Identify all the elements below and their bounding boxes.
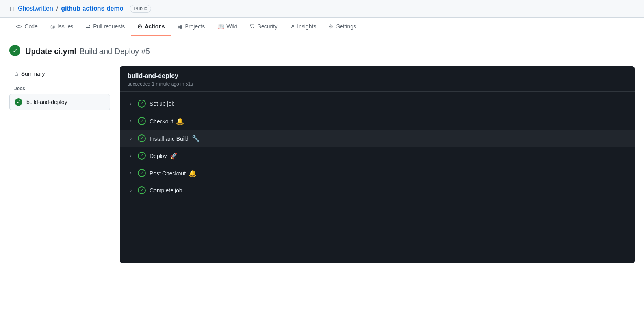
step-install-and-build[interactable]: › ✓ Install and Build 🔧 (120, 130, 635, 147)
repo-separator: / (56, 5, 58, 12)
sidebar: ⌂ Summary Jobs ✓ build-and-deploy (9, 66, 120, 263)
job-name: build-and-deploy (26, 99, 67, 105)
code-icon: <> (16, 23, 22, 30)
tab-insights[interactable]: ↗ Insights (284, 18, 322, 36)
security-icon: 🛡 (250, 23, 255, 30)
step-success-icon: ✓ (138, 100, 146, 108)
repo-visibility-badge: Public (130, 5, 151, 13)
tab-issues-label: Issues (58, 23, 73, 30)
sidebar-job-build-and-deploy[interactable]: ✓ build-and-deploy (9, 94, 110, 110)
tab-pull-requests[interactable]: ⇄ Pull requests (80, 18, 131, 36)
step-checkout[interactable]: › ✓ Checkout 🔔 (120, 112, 635, 130)
chevron-right-icon: › (128, 118, 134, 124)
tab-issues[interactable]: ◎ Issues (44, 18, 80, 36)
repo-owner-link[interactable]: Ghostwritten (18, 5, 53, 12)
step-deploy[interactable]: › ✓ Deploy 🚀 (120, 147, 635, 164)
dark-panel-header: build-and-deploy succeeded 1 minute ago … (120, 66, 635, 92)
step-success-icon: ✓ (138, 134, 146, 142)
tab-projects[interactable]: ▦ Projects (171, 18, 212, 36)
chevron-right-icon: › (128, 136, 134, 141)
actions-icon: ⊙ (137, 23, 142, 30)
step-post-checkout[interactable]: › ✓ Post Checkout 🔔 (120, 164, 635, 182)
projects-icon: ▦ (178, 23, 183, 30)
step-set-up-job[interactable]: › ✓ Set up job (120, 95, 635, 112)
home-icon: ⌂ (14, 70, 18, 77)
step-emoji: 🔔 (189, 170, 197, 177)
page-content: ✓ Update ci.yml Build and Deploy #5 ⌂ Su… (0, 36, 644, 271)
tab-code[interactable]: <> Code (9, 18, 44, 36)
chevron-right-icon: › (128, 188, 134, 193)
step-success-icon: ✓ (138, 169, 146, 177)
tab-code-label: Code (24, 23, 37, 30)
step-name: Post Checkout 🔔 (150, 169, 627, 177)
workflow-success-icon: ✓ (9, 45, 20, 56)
tab-projects-label: Projects (185, 23, 205, 30)
chevron-right-icon: › (128, 153, 134, 158)
wiki-icon: 📖 (217, 23, 224, 30)
main-layout: ⌂ Summary Jobs ✓ build-and-deploy build-… (9, 66, 635, 263)
nav-tabs: <> Code ◎ Issues ⇄ Pull requests ⊙ Actio… (0, 18, 644, 36)
page-title-row: ✓ Update ci.yml Build and Deploy #5 (9, 44, 635, 57)
step-complete-job[interactable]: › ✓ Complete job (120, 182, 635, 199)
repo-icon: ⊟ (9, 5, 15, 13)
step-emoji: 🚀 (170, 153, 178, 159)
tab-security[interactable]: 🛡 Security (243, 18, 284, 36)
step-name: Checkout 🔔 (150, 117, 627, 125)
tab-actions-label: Actions (145, 23, 165, 30)
step-name: Deploy 🚀 (150, 152, 627, 160)
step-name: Set up job (150, 100, 627, 107)
pull-requests-icon: ⇄ (86, 23, 91, 30)
tab-insights-label: Insights (297, 23, 316, 30)
step-success-icon: ✓ (138, 117, 146, 125)
sidebar-summary-label: Summary (21, 71, 45, 77)
dark-panel-subtitle: succeeded 1 minute ago in 51s (128, 81, 627, 87)
dark-panel-title: build-and-deploy (128, 73, 627, 80)
page-title: Update ci.yml Build and Deploy #5 (25, 44, 150, 57)
issues-icon: ◎ (50, 23, 55, 30)
tab-security-label: Security (258, 23, 278, 30)
step-emoji: 🔔 (176, 118, 184, 125)
chevron-right-icon: › (128, 170, 134, 176)
jobs-section-label: Jobs (9, 81, 110, 94)
tab-settings-label: Settings (336, 23, 356, 30)
step-success-icon: ✓ (138, 186, 146, 194)
job-success-icon: ✓ (15, 98, 22, 106)
tab-actions[interactable]: ⊙ Actions (131, 18, 171, 36)
tab-wiki-label: Wiki (226, 23, 237, 30)
sidebar-summary-link[interactable]: ⌂ Summary (9, 66, 110, 81)
tab-wiki[interactable]: 📖 Wiki (211, 18, 243, 36)
step-name: Install and Build 🔧 (150, 135, 627, 142)
insights-icon: ↗ (290, 23, 295, 30)
tab-pull-requests-label: Pull requests (93, 23, 125, 30)
step-success-icon: ✓ (138, 152, 146, 160)
repo-header: ⊟ Ghostwritten / github-actions-demo Pub… (0, 0, 644, 18)
tab-settings[interactable]: ⚙ Settings (322, 18, 362, 36)
chevron-right-icon: › (128, 101, 134, 106)
step-emoji: 🔧 (192, 135, 200, 142)
job-steps: › ✓ Set up job › ✓ Checkout 🔔 › ✓ (120, 92, 635, 202)
step-name: Complete job (150, 187, 627, 193)
dark-panel: build-and-deploy succeeded 1 minute ago … (120, 66, 635, 263)
repo-name-link[interactable]: github-actions-demo (61, 5, 123, 12)
settings-icon: ⚙ (328, 23, 334, 30)
